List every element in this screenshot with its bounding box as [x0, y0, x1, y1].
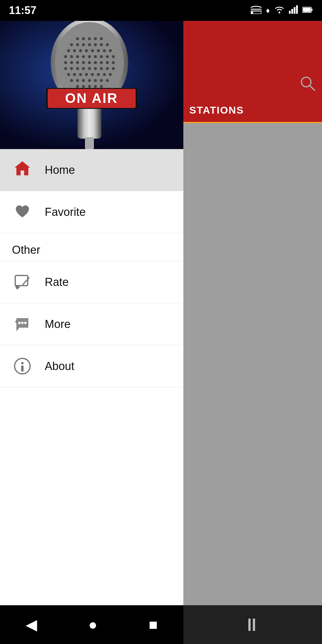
svg-rect-9 [303, 8, 311, 12]
heart-icon [12, 202, 33, 222]
recent-button[interactable]: ■ [149, 616, 158, 633]
svg-point-29 [79, 49, 82, 52]
signal-icon [289, 5, 298, 16]
svg-point-16 [82, 37, 85, 40]
svg-point-19 [100, 37, 103, 40]
menu-item-about[interactable]: About [0, 345, 183, 387]
svg-rect-8 [311, 9, 312, 11]
svg-point-25 [100, 43, 103, 46]
svg-point-36 [70, 55, 73, 58]
svg-marker-87 [15, 161, 30, 175]
svg-point-20 [70, 43, 73, 46]
svg-point-48 [88, 61, 91, 64]
status-icons: ♦ [251, 5, 313, 16]
svg-point-77 [76, 85, 79, 88]
menu-list: Home Favorite Other [0, 149, 183, 605]
hero-image: ON AIR [0, 21, 183, 149]
svg-point-30 [85, 49, 88, 52]
svg-point-1 [251, 12, 253, 14]
svg-point-34 [109, 49, 112, 52]
svg-point-44 [64, 61, 67, 64]
svg-point-42 [106, 55, 109, 58]
svg-point-24 [94, 43, 97, 46]
right-panel: STATIONS [183, 21, 322, 605]
battery-icon [302, 6, 313, 15]
cast-icon [251, 5, 261, 16]
svg-point-68 [103, 73, 106, 76]
svg-point-60 [106, 67, 109, 70]
svg-point-40 [94, 55, 97, 58]
svg-point-59 [100, 67, 103, 70]
svg-point-93 [24, 322, 27, 324]
drawer: ON AIR Home Favorite [0, 21, 183, 605]
svg-point-28 [73, 49, 76, 52]
svg-line-11 [310, 86, 315, 90]
svg-point-74 [94, 79, 97, 82]
svg-point-79 [88, 85, 91, 88]
svg-rect-5 [294, 7, 295, 14]
svg-rect-6 [296, 5, 298, 14]
svg-point-38 [82, 55, 85, 58]
menu-item-rate[interactable]: Rate [0, 261, 183, 303]
svg-point-31 [91, 49, 94, 52]
rate-icon [12, 272, 33, 292]
diamond-icon: ♦ [266, 6, 270, 15]
svg-point-50 [100, 61, 103, 64]
svg-point-33 [103, 49, 106, 52]
svg-point-41 [100, 55, 103, 58]
svg-point-62 [67, 73, 70, 76]
home-icon [12, 160, 33, 180]
svg-point-73 [88, 79, 91, 82]
svg-point-58 [94, 67, 97, 70]
svg-point-91 [18, 322, 21, 324]
svg-rect-3 [289, 11, 291, 14]
svg-point-70 [70, 79, 73, 82]
svg-point-63 [73, 73, 76, 76]
svg-point-51 [106, 61, 109, 64]
home-nav-button[interactable]: ● [88, 616, 97, 633]
svg-text:ON AIR: ON AIR [65, 90, 118, 106]
svg-point-75 [100, 79, 103, 82]
back-button[interactable]: ◀ [26, 616, 37, 633]
info-icon [12, 356, 33, 377]
svg-point-43 [112, 55, 115, 58]
menu-item-favorite[interactable]: Favorite [0, 191, 183, 233]
svg-point-96 [21, 362, 24, 364]
svg-point-81 [100, 85, 103, 88]
svg-point-2 [278, 12, 280, 13]
search-icon[interactable] [300, 75, 316, 95]
svg-rect-4 [291, 9, 293, 14]
svg-point-61 [112, 67, 115, 70]
svg-point-17 [88, 37, 91, 40]
svg-point-71 [76, 79, 79, 82]
svg-point-64 [79, 73, 82, 76]
more-label: More [45, 318, 71, 331]
svg-point-21 [76, 43, 79, 46]
svg-marker-94 [15, 320, 16, 323]
svg-point-78 [82, 85, 85, 88]
home-label: Home [45, 164, 75, 177]
svg-point-53 [64, 67, 67, 70]
more-icon [12, 314, 33, 335]
svg-point-46 [76, 61, 79, 64]
pause-icon[interactable]: ⏸ [243, 614, 263, 635]
right-panel-stations: STATIONS [183, 101, 322, 123]
wifi-icon [274, 5, 284, 16]
other-section-header: Other [0, 233, 183, 261]
svg-point-65 [85, 73, 88, 76]
svg-point-72 [82, 79, 85, 82]
svg-point-27 [67, 49, 70, 52]
menu-item-more[interactable]: More [0, 303, 183, 345]
menu-item-home[interactable]: Home [0, 149, 183, 191]
svg-point-18 [94, 37, 97, 40]
status-time: 11:57 [9, 4, 36, 17]
svg-point-47 [82, 61, 85, 64]
svg-point-22 [82, 43, 85, 46]
svg-point-76 [106, 79, 109, 82]
svg-point-37 [76, 55, 79, 58]
svg-point-55 [76, 67, 79, 70]
svg-point-69 [109, 73, 112, 76]
svg-point-15 [76, 37, 79, 40]
bottom-playbar: ⏸ [183, 605, 322, 644]
svg-point-39 [88, 55, 91, 58]
